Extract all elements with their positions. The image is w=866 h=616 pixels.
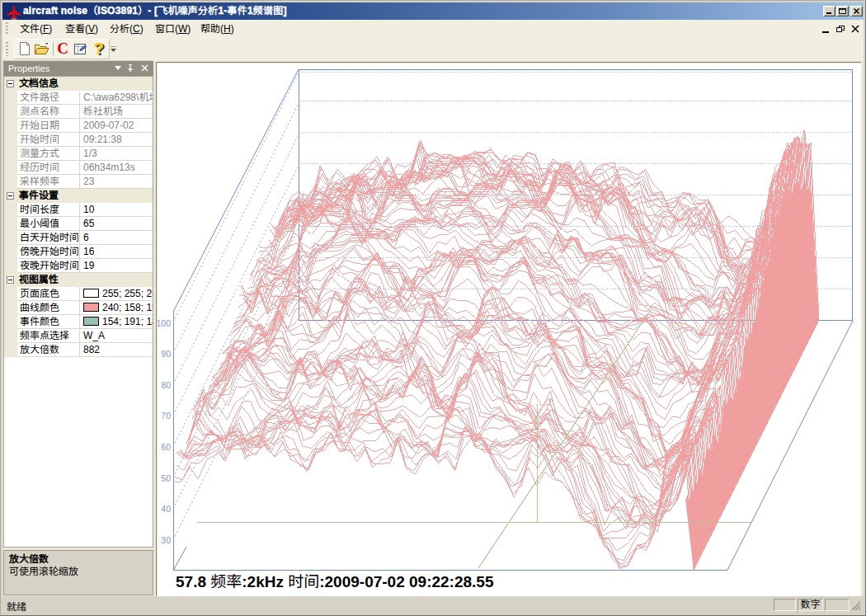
svg-text:80: 80: [161, 380, 171, 390]
svg-text:50: 50: [161, 473, 171, 483]
svg-text:90: 90: [161, 349, 171, 359]
svg-text:70: 70: [161, 411, 171, 421]
svg-text:100: 100: [158, 318, 171, 328]
svg-text:40: 40: [161, 504, 171, 514]
svg-text:60: 60: [161, 442, 171, 452]
svg-text:30: 30: [161, 535, 171, 545]
